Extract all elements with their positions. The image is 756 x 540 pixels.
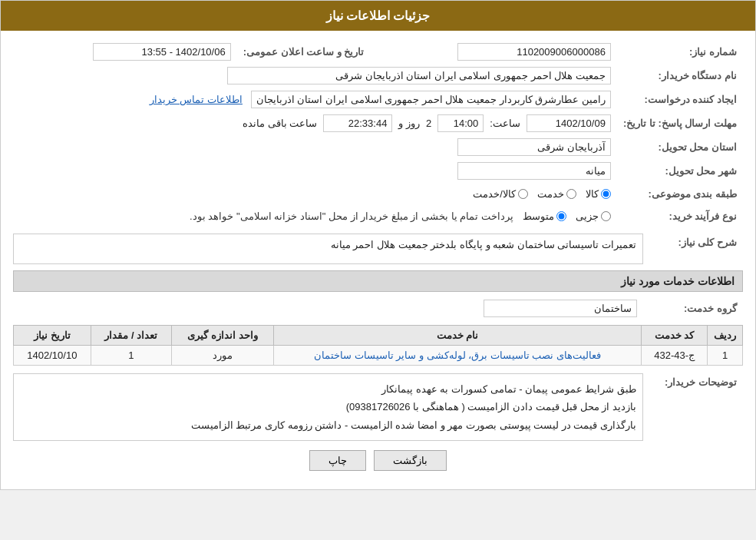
- noe-farayand-label-motevaset: متوسط: [523, 210, 554, 222]
- shahr-box: میانه: [457, 162, 611, 180]
- saaat-baqi-label: ساعت باقی مانده: [243, 118, 317, 129]
- noe-farayand-row: جزیی متوسط پرداخت تمام یا بخشی از مبلغ خ…: [13, 205, 617, 227]
- col-count: تعداد / مقدار: [91, 326, 171, 346]
- grouh-grid: گروه خدمت: ساختمان: [13, 297, 743, 320]
- sharh-value-container: تعمیرات تاسیساتی ساختمان شعبه و پایگاه ب…: [13, 234, 643, 264]
- col-date: تاریخ نیاز: [14, 326, 91, 346]
- time-label: ساعت:: [490, 118, 520, 129]
- page-header: جزئیات اطلاعات نیاز: [1, 1, 755, 31]
- tarikh-box: 1402/10/06 - 13:55: [93, 43, 231, 61]
- mohlat-row: 1402/10/09 ساعت: 14:00 2 روز و 22:33:44 …: [13, 111, 617, 135]
- ostan-box: آذربایجان شرقی: [457, 138, 611, 156]
- shahr-label: شهر محل تحویل:: [617, 159, 743, 183]
- nam-dastgah-label: نام دستگاه خریدار:: [617, 64, 743, 88]
- noe-farayand-radio-jozii[interactable]: [601, 211, 611, 221]
- noe-farayand-label-jozii: جزیی: [576, 210, 599, 222]
- cell-radif: 1: [708, 346, 743, 366]
- ostan-value: آذربایجان شرقی: [13, 135, 617, 159]
- grouh-khadamat-value: ساختمان: [13, 297, 643, 320]
- ijad-konande-label: ایجاد کننده درخواست:: [617, 88, 743, 111]
- sharh-label: شرح کلی نیاز:: [643, 234, 743, 251]
- content-area: شماره نیاز: 1102009006000086 تاریخ و ساع…: [1, 31, 755, 489]
- shahr-value: میانه: [13, 159, 617, 183]
- noe-farayand-note: پرداخت تمام یا بخشی از مبلغ خریدار از مح…: [190, 210, 513, 222]
- col-radif: ردیف: [708, 326, 743, 346]
- col-unit: واحد اندازه گیری: [172, 326, 274, 346]
- sharh-section: شرح کلی نیاز: تعمیرات تاسیساتی ساختمان ش…: [13, 234, 743, 264]
- button-row: بازگشت چاپ: [13, 450, 743, 471]
- noe-farayand-radio-motevaset[interactable]: [556, 211, 566, 221]
- ostan-label: استان محل تحویل:: [617, 135, 743, 159]
- grouh-khadamat-label: گروه خدمت:: [643, 297, 743, 320]
- toozihat-value-box: طبق شرایط عمومی پیمان - تمامی کسورات به …: [13, 373, 643, 441]
- tabaqe-option-kala-khadamat: کالا/خدمت: [473, 188, 528, 200]
- noe-farayand-option-jozii: جزیی: [576, 210, 611, 222]
- cell-count: 1: [91, 346, 171, 366]
- nam-dastgah-value: جمعیت هلال احمر جمهوری اسلامی ایران استا…: [13, 64, 617, 88]
- col-name: نام خدمت: [273, 326, 642, 346]
- mohlat-time-box: 14:00: [437, 114, 484, 132]
- roz-label: روز و: [398, 118, 420, 129]
- cell-unit: مورد: [172, 346, 274, 366]
- sharh-value-box: تعمیرات تاسیساتی ساختمان شعبه و پایگاه ب…: [13, 234, 643, 264]
- info-grid: شماره نیاز: 1102009006000086 تاریخ و ساع…: [13, 40, 743, 227]
- tabaqe-label-kala: کالا: [586, 188, 599, 200]
- services-table: ردیف کد خدمت نام خدمت واحد اندازه گیری ت…: [13, 325, 743, 366]
- tabaqe-radio-khadamat[interactable]: [566, 189, 576, 199]
- toozihat-section: توضیحات خریدار: طبق شرایط عمومی پیمان - …: [13, 373, 743, 441]
- shomara-niaz-box: 1102009006000086: [457, 43, 611, 61]
- toozihat-value-container: طبق شرایط عمومی پیمان - تمامی کسورات به …: [13, 373, 643, 441]
- tarikh-value: 1402/10/06 - 13:55: [13, 40, 237, 64]
- tarikh-label: تاریخ و ساعت اعلان عمومی:: [237, 40, 371, 64]
- toozihat-label: توضیحات خریدار:: [643, 373, 743, 391]
- shomara-niaz-label: شماره نیاز:: [617, 40, 743, 64]
- nam-dastgah-box: جمعیت هلال احمر جمهوری اسلامی ایران استا…: [227, 67, 611, 84]
- saaat-baqi-box: 22:33:44: [323, 114, 392, 132]
- cell-code: ج-43-432: [642, 346, 708, 366]
- tabaqe-radio-kala[interactable]: [601, 189, 611, 199]
- ijad-konande-link[interactable]: اطلاعات تماس خریدار: [150, 94, 243, 105]
- ijad-konande-box: رامین عطارشرق کاربردار جمعیت هلال احمر ج…: [251, 91, 611, 108]
- tabaqe-label-kala-khadamat: کالا/خدمت: [473, 188, 516, 200]
- grouh-khadamat-box: ساختمان: [484, 300, 637, 317]
- page-wrapper: جزئیات اطلاعات نیاز شماره نیاز: 11020090…: [0, 0, 756, 490]
- tabaqe-option-kala: کالا: [586, 188, 611, 200]
- print-button[interactable]: چاپ: [309, 450, 366, 471]
- tabaqe-label-khadamat: خدمت: [537, 188, 564, 200]
- tabaqe-options: کالا خدمت کالا/خدمت: [13, 183, 617, 205]
- noe-farayand-option-motevaset: متوسط: [523, 210, 566, 222]
- page-title: جزئیات اطلاعات نیاز: [326, 9, 431, 22]
- back-button[interactable]: بازگشت: [374, 450, 447, 471]
- roz-value: 2: [426, 118, 431, 129]
- mohlat-label: مهلت ارسال پاسخ: تا تاریخ:: [617, 111, 743, 135]
- info-section-title: اطلاعات خدمات مورد نیاز: [13, 270, 743, 292]
- mohlat-date-box: 1402/10/09: [527, 114, 611, 132]
- tabaqe-label: طبقه بندی موضوعی:: [617, 183, 743, 205]
- cell-name: فعالیت‌های نصب تاسیسات برق، لوله‌کشی و س…: [273, 346, 642, 366]
- tabaqe-radio-kala-khadamat[interactable]: [518, 189, 528, 199]
- tabaqe-option-khadamat: خدمت: [537, 188, 576, 200]
- shomara-niaz-value: 1102009006000086: [370, 40, 616, 64]
- table-row: 1 ج-43-432 فعالیت‌های نصب تاسیسات برق، ل…: [14, 346, 743, 366]
- ijad-konande-value: رامین عطارشرق کاربردار جمعیت هلال احمر ج…: [13, 88, 617, 111]
- noe-farayand-label: نوع فرآیند خرید:: [617, 205, 743, 227]
- col-code: کد خدمت: [642, 326, 708, 346]
- cell-date: 1402/10/10: [14, 346, 91, 366]
